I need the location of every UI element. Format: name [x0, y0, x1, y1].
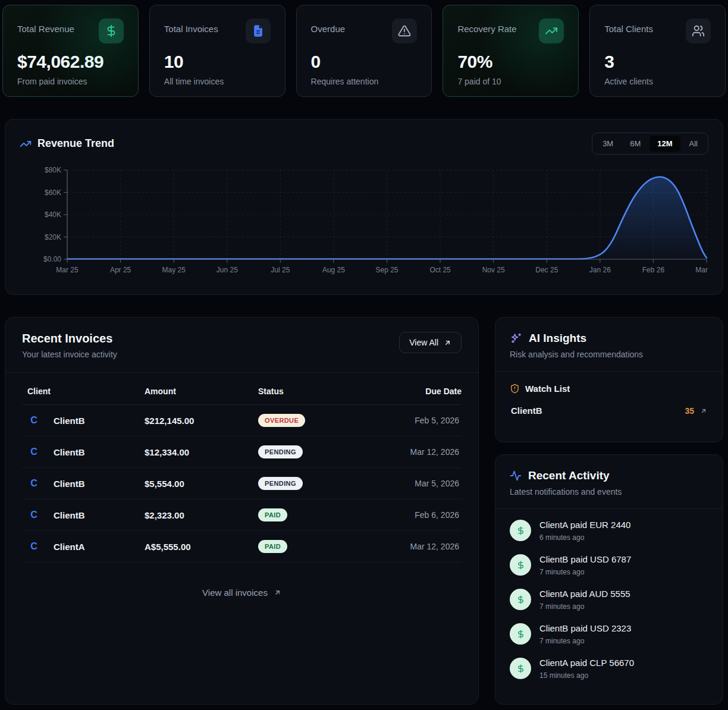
avatar: C: [27, 415, 40, 426]
watch-client-name: ClientB: [511, 406, 542, 416]
stat-card-overdue: Overdue 0 Requires attention: [296, 5, 432, 97]
activity-text: ClientA paid EUR 2440: [539, 520, 630, 530]
stat-label: Total Revenue: [17, 18, 74, 34]
client-name: ClientB: [54, 447, 85, 457]
list-item: ClientA paid EUR 2440 6 minutes ago: [510, 520, 708, 542]
activity-text: ClientB paid USD 6787: [539, 554, 631, 564]
watch-risk-score: 35: [685, 406, 694, 416]
payment-dollar-icon: [510, 623, 531, 645]
range-button-all[interactable]: All: [682, 136, 705, 152]
stat-value: 3: [604, 52, 711, 72]
recent-activity-subtitle: Latest notifications and events: [510, 487, 708, 497]
stat-card-total-clients: Total Clients 3 Active clients: [589, 5, 726, 97]
column-amount: Amount: [145, 387, 258, 396]
table-row[interactable]: C ClientA A$5,555.00 PAID Mar 12, 2026: [22, 531, 462, 563]
stat-sub: 7 paid of 10: [457, 77, 564, 86]
watch-list-item[interactable]: ClientB 35: [510, 403, 708, 418]
activity-text: ClientA paid CLP 56670: [539, 658, 634, 668]
column-due-date: Due Date: [372, 387, 462, 396]
svg-text:Oct 25: Oct 25: [429, 266, 451, 274]
table-row[interactable]: C ClientB $5,554.00 PENDING Mar 5, 2026: [22, 468, 462, 499]
watch-list-title-row: Watch List: [510, 384, 708, 394]
due-date-cell: Mar 12, 2026: [372, 447, 462, 457]
payment-dollar-icon: [510, 658, 531, 679]
activity-content: ClientB paid USD 2323 7 minutes ago: [539, 623, 631, 645]
range-button-6m[interactable]: 6M: [622, 136, 648, 152]
watch-item-right: 35: [685, 406, 707, 416]
revenue-trend-panel: Revenue Trend 3M 6M 12M All: [5, 119, 723, 295]
amount-cell: $212,145.00: [145, 416, 258, 426]
svg-text:Nov 25: Nov 25: [482, 266, 505, 274]
svg-text:Jul 25: Jul 25: [271, 266, 290, 274]
status-badge: PAID: [258, 540, 287, 553]
svg-text:Apr 25: Apr 25: [110, 266, 131, 274]
svg-text:May 25: May 25: [162, 266, 186, 274]
amount-cell: $5,554.00: [145, 479, 258, 489]
y-axis-labels: $80K $60K $40K $20K $0.00: [43, 166, 61, 263]
range-button-3m[interactable]: 3M: [595, 136, 621, 152]
stats-row: Total Revenue $74,062.89 From paid invoi…: [2, 5, 726, 97]
invoices-table: Client Amount Status Due Date C ClientB …: [22, 378, 462, 563]
stat-value: 0: [311, 52, 418, 72]
svg-text:Mar 26: Mar 26: [695, 266, 710, 274]
stat-label: Recovery Rate: [457, 18, 516, 34]
stat-sub: From paid invoices: [17, 77, 124, 86]
avatar: C: [27, 510, 40, 520]
client-name: ClientB: [54, 416, 85, 426]
dashboard-page: Total Revenue $74,062.89 From paid invoi…: [0, 0, 728, 710]
sparkles-icon: [510, 332, 522, 345]
view-all-invoices-link[interactable]: View all invoices: [202, 588, 281, 598]
stat-sub: Active clients: [604, 77, 711, 86]
svg-text:Sep 25: Sep 25: [375, 266, 398, 274]
svg-text:Feb 26: Feb 26: [642, 266, 665, 274]
payment-dollar-icon: [510, 589, 531, 610]
list-item: ClientB paid USD 2323 7 minutes ago: [510, 623, 708, 645]
arrow-up-right-icon: [444, 339, 451, 347]
arrow-up-right-icon: [274, 589, 281, 596]
status-cell: PENDING: [258, 445, 372, 458]
invoices-footer: View all invoices: [22, 588, 462, 598]
table-row[interactable]: C ClientB $2,323.00 PAID Feb 6, 2026: [22, 499, 462, 531]
range-button-12m[interactable]: 12M: [649, 136, 680, 152]
invoice-icon: [246, 18, 271, 43]
status-cell: PENDING: [258, 477, 372, 490]
watch-list-section: Watch List ClientB 35: [495, 372, 723, 430]
status-cell: OVERDUE: [258, 414, 372, 427]
status-badge: OVERDUE: [258, 414, 305, 427]
alert-icon: [392, 18, 417, 43]
recent-activity-panel: Recent Activity Latest notifications and…: [495, 454, 723, 705]
activity-content: ClientB paid USD 6787 7 minutes ago: [539, 554, 631, 576]
svg-text:$60K: $60K: [45, 189, 61, 197]
payment-dollar-icon: [510, 554, 531, 576]
stat-card-header: Overdue: [311, 18, 418, 43]
stat-label: Overdue: [311, 18, 346, 34]
recent-invoices-titles: Recent Invoices Your latest invoice acti…: [22, 332, 117, 359]
shield-alert-icon: [510, 384, 520, 394]
stat-card-total-revenue: Total Revenue $74,062.89 From paid invoi…: [2, 5, 139, 97]
stat-label: Total Invoices: [164, 18, 218, 34]
activity-time: 7 minutes ago: [539, 568, 631, 576]
avatar: C: [27, 541, 40, 552]
status-badge: PENDING: [258, 445, 303, 458]
activity-content: ClientA paid CLP 56670 15 minutes ago: [539, 658, 634, 680]
avatar: C: [27, 447, 40, 457]
client-name: ClientA: [54, 542, 85, 552]
column-client: Client: [22, 387, 145, 396]
view-all-button[interactable]: View All: [399, 332, 462, 353]
users-icon: [686, 18, 711, 43]
table-row[interactable]: C ClientB $212,145.00 OVERDUE Feb 5, 202…: [22, 405, 462, 436]
time-range-switcher: 3M 6M 12M All: [592, 133, 708, 155]
trend-up-icon: [20, 138, 32, 150]
revenue-trend-chart: $80K $60K $40K $20K $0.00 Mar 25 Apr 25 …: [20, 164, 710, 287]
stat-sub: Requires attention: [311, 77, 418, 86]
svg-text:$40K: $40K: [45, 211, 61, 219]
recent-activity-title-row: Recent Activity: [510, 469, 708, 482]
activity-text: ClientB paid USD 2323: [539, 623, 631, 633]
table-row[interactable]: C ClientB $12,334.00 PENDING Mar 12, 202…: [22, 436, 462, 468]
avatar: C: [27, 478, 40, 489]
svg-text:Mar 25: Mar 25: [56, 266, 79, 274]
revenue-trend-header: Revenue Trend 3M 6M 12M All: [20, 133, 708, 155]
status-badge: PENDING: [258, 477, 303, 490]
svg-text:Dec 25: Dec 25: [535, 266, 558, 274]
stat-card-header: Recovery Rate: [457, 18, 564, 43]
